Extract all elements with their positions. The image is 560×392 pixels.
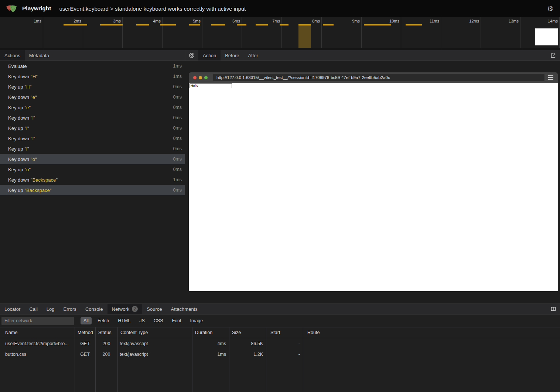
snapshot-area: http://127.0.0.1:63315/__vitest_test__/?… <box>185 61 560 303</box>
timeline-tick-label: 6ms <box>220 19 240 23</box>
action-duration: 0ms <box>173 136 182 141</box>
action-duration: 0ms <box>173 105 182 110</box>
details-panel: Locator Call Log Errors Console Network … <box>0 303 560 392</box>
snapshot-browser-chrome: http://127.0.0.1:63315/__vitest_test__/?… <box>189 72 558 83</box>
action-list: Evaluate 1ms Key down"H" 1ms Key up"H" 0… <box>0 61 185 303</box>
toggle-layout-icon[interactable] <box>547 304 560 314</box>
filter-chip-js[interactable]: JS <box>136 317 148 324</box>
timeline-action-bar <box>64 24 87 25</box>
snapshot-page: Hello <box>189 83 558 291</box>
action-list-item[interactable]: Key up"H" 0ms <box>0 82 185 92</box>
settings-gear-icon[interactable]: ⚙ <box>546 4 554 13</box>
action-list-item[interactable]: Key down"Backspace" 1ms <box>0 175 185 185</box>
action-title: Key up"e" <box>8 105 173 110</box>
column-divider <box>229 327 229 392</box>
filter-chip-font[interactable]: Font <box>169 317 184 324</box>
action-list-item[interactable]: Key up"o" 0ms <box>0 164 185 175</box>
tab-network[interactable]: Network 2 <box>107 304 143 314</box>
tab-action[interactable]: Action <box>198 50 221 61</box>
timeline-action-bar <box>256 24 268 25</box>
filter-chip-html[interactable]: HTML <box>115 317 133 324</box>
action-list-item[interactable]: Key up"l" 0ms <box>0 123 185 133</box>
column-divider <box>192 327 192 392</box>
network-table-row[interactable]: userEvent.test.ts?import&bro... GET 200 … <box>0 338 560 349</box>
action-list-item[interactable]: Evaluate 1ms <box>0 61 185 71</box>
action-list-item[interactable]: Key down"H" 1ms <box>0 71 185 82</box>
timeline-action-bar <box>364 24 391 25</box>
filmstrip-thumbnail[interactable] <box>535 28 558 45</box>
filter-network-input[interactable] <box>1 317 74 325</box>
action-list-item[interactable]: Key up"l" 0ms <box>0 144 185 154</box>
column-divider <box>95 327 96 392</box>
timeline-tick-label: 3ms <box>101 19 121 23</box>
action-title: Key up"l" <box>8 146 173 152</box>
playwright-logo-icon <box>6 4 17 14</box>
timeline-action-bar <box>237 24 246 25</box>
timeline-tick-label: 5ms <box>181 19 201 23</box>
open-snapshot-external-icon[interactable] <box>547 50 560 61</box>
action-title: Key down"o" <box>8 157 173 162</box>
timeline-gridline <box>361 17 362 48</box>
action-list-item[interactable]: Key down"l" 0ms <box>0 133 185 144</box>
filter-chip-image[interactable]: Image <box>187 317 206 324</box>
tab-call[interactable]: Call <box>25 304 42 314</box>
timeline-tick-label: 10ms <box>379 19 399 23</box>
maximize-dot-icon <box>204 76 208 79</box>
tab-console[interactable]: Console <box>81 304 107 314</box>
network-table-row[interactable]: button.css GET 200 text/javascript 1ms 1… <box>0 349 560 360</box>
timeline-action-bar <box>136 24 149 25</box>
action-duration: 0ms <box>173 167 182 172</box>
action-list-item[interactable]: Key down"l" 0ms <box>0 113 185 123</box>
actions-panel: Actions Metadata Evaluate 1ms Key down"H… <box>0 50 185 303</box>
network-table: Name Method Status Content Type Duration… <box>0 327 560 392</box>
action-list-item[interactable]: Key down"o" 0ms <box>0 154 185 164</box>
action-list-item[interactable]: Key up"e" 0ms <box>0 102 185 113</box>
tab-log[interactable]: Log <box>42 304 59 314</box>
pick-locator-target-icon[interactable] <box>185 50 198 61</box>
traffic-light-icons <box>193 76 208 79</box>
network-table-header: Name Method Status Content Type Duration… <box>0 327 560 338</box>
timeline-action-bar <box>280 24 288 25</box>
tab-metadata[interactable]: Metadata <box>25 50 54 61</box>
timeline-gridline <box>122 17 123 48</box>
timeline-gridline <box>401 17 401 48</box>
timeline-gridline <box>441 17 441 48</box>
action-title: Key down"H" <box>8 74 173 79</box>
test-title: userEvent.keyboard > standalone keyboard… <box>59 6 546 12</box>
action-duration: 1ms <box>173 177 182 182</box>
timeline-gridline <box>242 17 242 48</box>
timeline[interactable]: 1ms2ms3ms4ms5ms6ms7ms8ms9ms10ms11ms12ms1… <box>0 17 560 48</box>
network-count-badge: 2 <box>132 306 138 312</box>
action-duration: 0ms <box>173 157 182 162</box>
column-divider <box>75 327 75 392</box>
filter-chip-fetch[interactable]: Fetch <box>95 317 112 324</box>
timeline-gridline <box>281 17 282 48</box>
tab-attachments[interactable]: Attachments <box>166 304 202 314</box>
timeline-action-bar <box>100 24 123 25</box>
timeline-tick-label: 11ms <box>419 19 439 23</box>
action-title: Key down"e" <box>8 94 173 100</box>
tab-actions[interactable]: Actions <box>0 50 25 61</box>
page-text-input[interactable]: Hello <box>189 83 232 88</box>
action-title: Key up"Backspace" <box>8 188 173 193</box>
filter-chip-css[interactable]: CSS <box>151 317 166 324</box>
action-title: Key up"o" <box>8 167 173 172</box>
timeline-tick-label: 2ms <box>61 19 81 23</box>
timeline-tick-label: 12ms <box>459 19 479 23</box>
timeline-action-bar <box>323 24 334 25</box>
snapshot-url-bar: http://127.0.0.1:63315/__vitest_test__/?… <box>213 74 544 81</box>
tab-after[interactable]: After <box>243 50 262 61</box>
action-list-item[interactable]: Key up"Backspace" 0ms <box>0 185 185 195</box>
filter-chip-all[interactable]: All <box>81 317 92 324</box>
action-list-item[interactable]: Key down"e" 0ms <box>0 92 185 102</box>
tab-locator[interactable]: Locator <box>0 304 25 314</box>
timeline-gridline <box>481 17 481 48</box>
column-divider <box>117 327 118 392</box>
action-duration: 1ms <box>173 63 182 69</box>
timeline-tick-label: 9ms <box>340 19 360 23</box>
app-title: Playwright <box>22 5 51 12</box>
action-duration: 0ms <box>173 146 182 151</box>
tab-source[interactable]: Source <box>142 304 166 314</box>
tab-before[interactable]: Before <box>221 50 243 61</box>
tab-errors[interactable]: Errors <box>59 304 81 314</box>
